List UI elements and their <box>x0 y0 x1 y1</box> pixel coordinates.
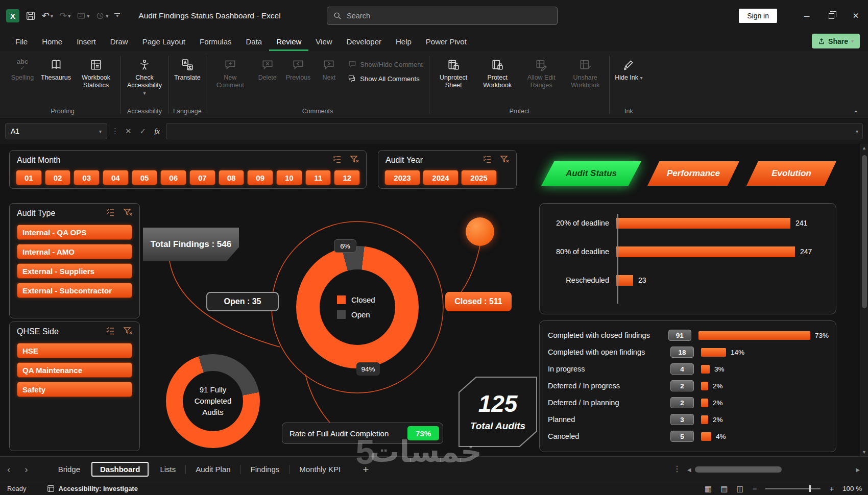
page-break-view-button[interactable]: ◫ <box>736 484 743 493</box>
translate-button[interactable]: Translate <box>172 52 203 82</box>
tab-insert[interactable]: Insert <box>69 32 103 51</box>
zoom-slider-thumb[interactable] <box>809 485 811 492</box>
audit-type-button[interactable]: External - Subcontractor <box>17 283 132 298</box>
month-button[interactable]: 11 <box>305 170 331 185</box>
audit-type-button[interactable]: Internal - QA OPS <box>17 225 132 240</box>
hide-ink-button[interactable]: Hide Ink ▾ <box>613 52 644 82</box>
normal-view-button[interactable]: ▦ <box>705 484 712 493</box>
month-button[interactable]: 04 <box>103 170 129 185</box>
sheet-tab-dashboard[interactable]: Dashboard <box>91 462 149 477</box>
zoom-in-button[interactable]: + <box>829 484 834 493</box>
close-button[interactable]: ✕ <box>843 0 868 32</box>
tab-power-pivot[interactable]: Power Pivot <box>419 32 474 51</box>
zoom-slider[interactable] <box>765 488 821 489</box>
minimize-button[interactable]: ─ <box>794 0 819 32</box>
sheet-tab-monthly-kpi[interactable]: Monthly KPI <box>291 462 349 477</box>
month-button[interactable]: 06 <box>160 170 186 185</box>
tab-draw[interactable]: Draw <box>103 32 135 51</box>
name-box[interactable]: A1 ▾ <box>5 123 107 139</box>
insert-function-button[interactable]: fx <box>152 127 162 136</box>
tab-developer[interactable]: Developer <box>340 32 389 51</box>
month-button[interactable]: 01 <box>16 170 42 185</box>
qhse-side-button[interactable]: Safety <box>17 382 132 397</box>
protect-workbook-button[interactable]: Protect Workbook <box>476 52 518 89</box>
share-button[interactable]: Share ▾ <box>812 34 860 48</box>
multi-select-button[interactable] <box>106 326 115 337</box>
tab-help[interactable]: Help <box>389 32 419 51</box>
month-button[interactable]: 09 <box>247 170 273 185</box>
tab-formulas[interactable]: Formulas <box>192 32 239 51</box>
sheet-tab-audit-plan[interactable]: Audit Plan <box>187 462 239 477</box>
clear-filter-button[interactable] <box>350 155 359 165</box>
nav-performance-button[interactable]: Performance <box>647 161 739 186</box>
accessibility-status[interactable]: Accessibility: Investigate <box>47 485 138 492</box>
clear-filter-button[interactable] <box>123 326 132 337</box>
horizontal-scrollbar[interactable]: ◀ ▶ <box>687 464 860 475</box>
sheet-tab-findings[interactable]: Findings <box>242 462 288 477</box>
zoom-level-button[interactable]: 100 % <box>842 485 862 492</box>
scroll-right-icon[interactable]: ▶ <box>856 467 860 473</box>
month-button[interactable]: 08 <box>219 170 245 185</box>
year-button[interactable]: 2023 <box>384 170 420 185</box>
nav-evolution-button[interactable]: Evolution <box>746 161 836 186</box>
tab-page-layout[interactable]: Page Layout <box>135 32 192 51</box>
group-label-comments: Comments <box>209 105 426 118</box>
check-accessibility-button[interactable]: Check Accessibility ▾ <box>124 52 165 96</box>
workbook-statistics-button[interactable]: Workbook Statistics <box>75 52 117 89</box>
horizontal-scrollbar-thumb[interactable] <box>695 466 782 473</box>
search-input[interactable] <box>347 12 551 20</box>
sheet-tab-menu-button[interactable]: ⋮ <box>673 464 681 474</box>
scroll-up-icon[interactable]: ▲ <box>860 145 868 151</box>
audit-type-button[interactable]: Internal - AMO <box>17 244 132 259</box>
tab-review[interactable]: Review <box>269 32 308 51</box>
audit-type-button[interactable]: External - Suppliers <box>17 263 132 279</box>
month-button[interactable]: 07 <box>189 170 215 185</box>
sheet-tab-lists[interactable]: Lists <box>151 462 184 477</box>
search-bar[interactable] <box>327 7 558 25</box>
multi-select-button[interactable] <box>483 155 492 165</box>
cancel-formula-button[interactable]: ✕ <box>123 127 134 136</box>
year-buttons: 2023 2024 2025 <box>378 165 516 190</box>
customize-quick-access-button[interactable]: ▾ <box>114 13 120 18</box>
year-button[interactable]: 2024 <box>423 170 459 185</box>
sign-in-button[interactable]: Sign in <box>739 9 777 23</box>
translate-icon <box>181 59 194 71</box>
multi-select-button[interactable] <box>106 208 115 218</box>
month-button[interactable]: 05 <box>132 170 158 185</box>
undo-button[interactable]: ↶▾ <box>42 10 53 21</box>
formula-input[interactable]: ▾ <box>166 123 863 139</box>
month-button[interactable]: 03 <box>74 170 100 185</box>
thesaurus-button[interactable]: Thesaurus <box>39 52 73 82</box>
protect-workbook-label: Protect Workbook <box>478 74 516 89</box>
year-button[interactable]: 2025 <box>461 170 497 185</box>
nav-audit-status-button[interactable]: Audit Status <box>541 161 641 186</box>
clear-filter-button[interactable] <box>123 208 132 218</box>
month-button[interactable]: 02 <box>45 170 71 185</box>
tab-file[interactable]: File <box>8 32 35 51</box>
sheet-scroll-right-button[interactable]: › <box>17 464 35 475</box>
enter-formula-button[interactable]: ✓ <box>138 127 149 136</box>
vertical-scrollbar[interactable]: ▲ ▼ <box>860 144 868 456</box>
zoom-out-button[interactable]: − <box>753 484 757 493</box>
qhse-side-button[interactable]: HSE <box>17 343 132 358</box>
qhse-side-button[interactable]: QA Maintenance <box>17 362 132 378</box>
sheet-scroll-left-button[interactable]: ‹ <box>0 464 17 475</box>
scroll-left-icon[interactable]: ◀ <box>687 467 691 473</box>
tab-view[interactable]: View <box>308 32 339 51</box>
collapse-ribbon-button[interactable]: ⌄ <box>853 106 859 114</box>
show-all-comments-button[interactable]: Show All Comments <box>348 75 423 83</box>
sheet-tab-bridge[interactable]: Bridge <box>50 462 89 477</box>
tab-home[interactable]: Home <box>35 32 69 51</box>
page-layout-view-button[interactable]: ▤ <box>720 484 728 493</box>
add-sheet-button[interactable]: + <box>363 463 369 476</box>
month-button[interactable]: 12 <box>334 170 360 185</box>
vertical-scrollbar-thumb[interactable] <box>862 155 867 308</box>
multi-select-button[interactable] <box>332 155 342 165</box>
tab-data[interactable]: Data <box>238 32 269 51</box>
month-button[interactable]: 10 <box>276 170 302 185</box>
restore-button[interactable] <box>819 0 843 32</box>
scroll-down-icon[interactable]: ▼ <box>860 450 868 455</box>
clear-filter-button[interactable] <box>500 155 509 165</box>
save-button[interactable] <box>26 11 36 21</box>
unprotect-sheet-button[interactable]: Unprotect Sheet <box>432 52 474 89</box>
